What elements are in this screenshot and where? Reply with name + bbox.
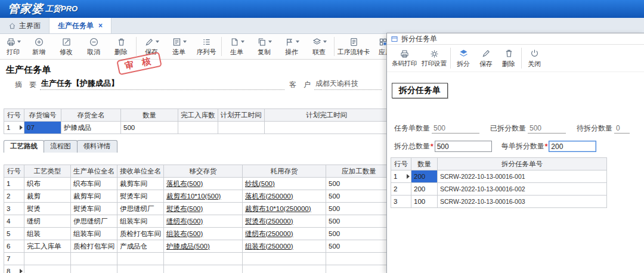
transfer-stock-link[interactable]: 裁剪布10*10(500) bbox=[164, 190, 243, 203]
empty-cell[interactable] bbox=[117, 265, 164, 273]
split-button[interactable]: 拆分 bbox=[452, 45, 475, 72]
transfer-stock-link[interactable]: 缝纫布(500) bbox=[164, 215, 243, 228]
split-table-row[interactable]: 2 200 SCRW-2022-10-13-00016-002 bbox=[391, 183, 607, 196]
dialog-save-button[interactable]: 保存 bbox=[475, 45, 497, 72]
process-type-cell[interactable]: 完工入库单 bbox=[24, 240, 71, 253]
modify-button[interactable]: 修改 bbox=[52, 34, 80, 59]
process-type-cell[interactable]: 组装 bbox=[24, 228, 71, 240]
subtab-material-detail[interactable]: 领料详情 bbox=[77, 140, 117, 153]
transfer-stock-link[interactable]: 组装布(500) bbox=[164, 228, 243, 240]
receive-unit-cell[interactable]: 组装车间 bbox=[117, 215, 164, 228]
row-no-cell[interactable]: 1 bbox=[391, 170, 411, 183]
dropdown-arrow-icon[interactable] bbox=[183, 41, 187, 43]
empty-cell[interactable] bbox=[243, 265, 326, 273]
split-table-row[interactable]: 3 100 SCRW-2022-10-13-00016-003 bbox=[391, 196, 607, 208]
process-qty-cell[interactable]: 500 bbox=[326, 228, 392, 240]
plan-finish-cell[interactable] bbox=[264, 122, 389, 134]
produce-unit-cell[interactable]: 裁剪车间 bbox=[71, 190, 117, 203]
link-query-button[interactable]: 联查 bbox=[305, 34, 333, 59]
receive-unit-cell[interactable]: 伊思缝纫厂 bbox=[117, 203, 164, 215]
stock-name-cell[interactable]: 护膝成品 bbox=[61, 122, 121, 134]
serial-number-button[interactable]: 序列号 bbox=[193, 34, 220, 59]
copy-button[interactable]: 复制 bbox=[250, 34, 278, 59]
dialog-titlebar[interactable]: 拆分任务单 bbox=[387, 33, 644, 45]
empty-cell[interactable] bbox=[326, 265, 392, 273]
consume-stock-link[interactable]: 落机布(250000) bbox=[243, 190, 326, 203]
summary-field[interactable]: 生产任务【护膝成品】 bbox=[40, 78, 284, 90]
dropdown-arrow-icon[interactable] bbox=[296, 41, 299, 43]
process-type-cell[interactable]: 缝纫 bbox=[24, 215, 71, 228]
receive-unit-cell[interactable]: 产成品仓 bbox=[117, 240, 164, 253]
tab-production-task[interactable]: 生产任务单 × bbox=[49, 18, 112, 33]
split-total-input[interactable] bbox=[435, 141, 492, 152]
consume-stock-link[interactable]: 缝纫布(250000) bbox=[243, 228, 326, 240]
empty-cell[interactable] bbox=[243, 253, 326, 265]
receive-unit-cell[interactable]: 熨烫车间 bbox=[117, 190, 164, 203]
row-no-cell[interactable]: 6 bbox=[4, 240, 24, 253]
produce-unit-cell[interactable]: 织布车间 bbox=[71, 178, 117, 190]
process-type-cell[interactable]: 裁剪 bbox=[24, 190, 71, 203]
receive-unit-cell[interactable]: 裁剪车间 bbox=[117, 178, 164, 190]
transfer-stock-link[interactable]: 熨烫布(500) bbox=[164, 203, 243, 215]
split-qty-cell[interactable]: 200 bbox=[411, 183, 438, 196]
split-order-no-cell[interactable]: SCRW-2022-10-13-00016-001 bbox=[438, 170, 607, 183]
process-qty-cell[interactable]: 500 bbox=[326, 178, 392, 190]
stock-table-row[interactable]: 1 07 护膝成品 500 bbox=[4, 122, 389, 134]
empty-cell[interactable] bbox=[24, 253, 71, 265]
finished-qty-cell[interactable] bbox=[178, 122, 218, 134]
quantity-cell[interactable]: 500 bbox=[121, 122, 178, 134]
plan-start-cell[interactable] bbox=[218, 122, 264, 134]
split-table-row[interactable]: 1 200 SCRW-2022-10-13-00016-001 bbox=[391, 170, 607, 183]
row-no-cell[interactable]: 7 bbox=[4, 253, 24, 265]
row-no-cell[interactable]: 3 bbox=[391, 196, 411, 208]
process-table-row[interactable]: 1 织布 织布车间 裁剪车间 落机布(500) 纱线(500) 500 bbox=[4, 178, 392, 190]
row-no-cell[interactable]: 3 bbox=[4, 203, 24, 215]
receive-unit-cell[interactable]: 质检打包车间 bbox=[117, 228, 164, 240]
row-no-cell[interactable]: 5 bbox=[4, 228, 24, 240]
row-no-cell[interactable]: 4 bbox=[4, 215, 24, 228]
split-qty-cell[interactable]: 200 bbox=[411, 170, 438, 183]
add-button[interactable]: 新增 bbox=[25, 34, 52, 59]
row-no-cell[interactable]: 1 bbox=[4, 122, 24, 134]
empty-cell[interactable] bbox=[164, 253, 243, 265]
tab-home[interactable]: 主界面 bbox=[0, 18, 49, 33]
split-order-no-cell[interactable]: SCRW-2022-10-13-00016-003 bbox=[438, 196, 607, 208]
process-type-cell[interactable]: 织布 bbox=[24, 178, 71, 190]
dialog-delete-button[interactable]: 删除 bbox=[497, 45, 520, 72]
dropdown-arrow-icon[interactable] bbox=[241, 41, 244, 43]
process-table-row[interactable]: 7 bbox=[4, 253, 392, 265]
dropdown-arrow-icon[interactable] bbox=[17, 41, 21, 43]
empty-cell[interactable] bbox=[326, 253, 392, 265]
produce-unit-cell[interactable]: 质检打包车间 bbox=[71, 240, 117, 253]
process-table-row[interactable]: 3 熨烫 熨烫车间 伊思缝纫厂 熨烫布(500) 裁剪布10*10(250000… bbox=[4, 203, 392, 215]
empty-cell[interactable] bbox=[117, 253, 164, 265]
consume-stock-link[interactable]: 组装布(250000) bbox=[243, 240, 326, 253]
cancel-button[interactable]: 取消 bbox=[80, 34, 107, 59]
process-qty-cell[interactable]: 500 bbox=[326, 240, 392, 253]
dropdown-arrow-icon[interactable] bbox=[156, 41, 159, 43]
print-setup-button[interactable]: 打印设置 bbox=[419, 45, 449, 72]
produce-unit-cell[interactable]: 组装车间 bbox=[71, 228, 117, 240]
transfer-stock-link[interactable]: 护膝成品(500) bbox=[164, 240, 243, 253]
dropdown-arrow-icon[interactable] bbox=[268, 41, 272, 43]
process-table-row[interactable]: 2 裁剪 裁剪车间 熨烫车间 裁剪布10*10(500) 落机布(250000)… bbox=[4, 190, 392, 203]
process-type-cell[interactable]: 熨烫 bbox=[24, 203, 71, 215]
process-table-row[interactable]: 8 bbox=[4, 265, 392, 273]
customer-field[interactable]: 成都天谕科技 bbox=[314, 79, 382, 90]
process-qty-cell[interactable]: 500 bbox=[326, 215, 392, 228]
subtab-flow-chart[interactable]: 流程图 bbox=[44, 140, 78, 153]
consume-stock-link[interactable]: 裁剪布10*10(250000) bbox=[243, 203, 326, 215]
stock-code-cell[interactable]: 07 bbox=[24, 122, 61, 134]
subtab-process-route[interactable]: 工艺路线 bbox=[4, 140, 44, 153]
empty-cell[interactable] bbox=[24, 265, 71, 273]
process-card-button[interactable]: 工序流转卡 bbox=[336, 34, 371, 59]
row-no-cell[interactable]: 2 bbox=[4, 190, 24, 203]
transfer-stock-link[interactable]: 落机布(500) bbox=[164, 178, 243, 190]
process-qty-cell[interactable]: 500 bbox=[326, 203, 392, 215]
consume-stock-link[interactable]: 纱线(500) bbox=[243, 178, 326, 190]
row-no-cell[interactable]: 8 bbox=[4, 265, 24, 273]
consume-stock-link[interactable]: 熨烫布(250000) bbox=[243, 215, 326, 228]
empty-cell[interactable] bbox=[164, 265, 243, 273]
dropdown-arrow-icon[interactable] bbox=[323, 41, 327, 43]
delete-button[interactable]: 删除 bbox=[107, 34, 135, 59]
